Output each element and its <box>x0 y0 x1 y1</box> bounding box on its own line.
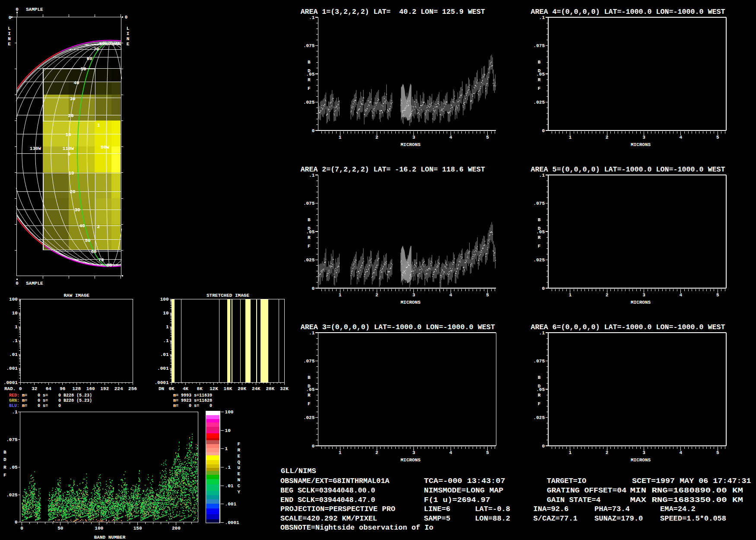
svg-text:1: 1 <box>339 292 342 298</box>
svg-text:0K: 0K <box>168 386 175 391</box>
svg-text:SAMPLE: SAMPLE <box>26 281 43 286</box>
svg-text:10: 10 <box>225 428 231 433</box>
svg-text:BLU:: BLU: <box>9 403 19 408</box>
svg-text:20: 20 <box>68 113 73 118</box>
svg-text:B: B <box>538 60 541 65</box>
svg-text:0: 0 <box>16 281 19 286</box>
svg-text:90W: 90W <box>101 145 109 150</box>
svg-text:192: 192 <box>100 386 109 391</box>
svg-text:D: D <box>308 384 311 389</box>
svg-text:50: 50 <box>80 67 86 72</box>
svg-text:3: 3 <box>642 135 645 140</box>
svg-text:B: B <box>308 375 311 380</box>
svg-text:8K: 8K <box>197 386 203 391</box>
svg-text:MAX RNG=1683350.00 KM: MAX RNG=1683350.00 KM <box>630 496 743 504</box>
svg-text:5: 5 <box>486 292 489 298</box>
svg-text:3: 3 <box>642 450 645 455</box>
svg-text:0: 0 <box>312 444 315 449</box>
svg-text:LON=88.2: LON=88.2 <box>475 515 510 523</box>
svg-text:MICRONS: MICRONS <box>631 142 651 147</box>
svg-text:I: I <box>127 31 130 36</box>
svg-text:D: D <box>538 68 541 73</box>
svg-text:1: 1 <box>339 135 342 140</box>
svg-text:.025: .025 <box>534 100 545 105</box>
svg-text:B: B <box>3 450 6 455</box>
svg-text:I: I <box>8 31 11 36</box>
svg-text:4K: 4K <box>183 386 189 391</box>
svg-text:224: 224 <box>114 386 123 391</box>
svg-text:50: 50 <box>57 526 63 531</box>
svg-text:.1: .1 <box>539 15 545 20</box>
svg-text:.1: .1 <box>12 338 18 343</box>
svg-text:MICRONS: MICRONS <box>631 457 651 463</box>
svg-text:5: 5 <box>716 135 719 140</box>
svg-text:70: 70 <box>98 257 104 263</box>
svg-text:R: R <box>3 465 6 470</box>
svg-text:24K: 24K <box>252 386 260 391</box>
svg-text:INA=92.6: INA=92.6 <box>534 505 569 513</box>
svg-text:.075: .075 <box>303 43 315 48</box>
svg-text:R: R <box>538 77 541 83</box>
svg-text:0: 0 <box>68 152 71 157</box>
svg-text:10: 10 <box>163 311 168 316</box>
svg-text:.001: .001 <box>6 366 18 371</box>
svg-text:0: 0 <box>20 526 23 531</box>
svg-text:.05: .05 <box>9 465 18 470</box>
svg-text:MICRONS: MICRONS <box>631 300 651 305</box>
svg-text:.1: .1 <box>309 173 315 178</box>
svg-text:L: L <box>127 26 130 31</box>
svg-text:m= 9993 s=11639: m= 9993 s=11639 <box>173 393 212 398</box>
svg-text:5: 5 <box>486 450 489 455</box>
svg-text:GRN:: GRN: <box>9 398 19 403</box>
svg-text:2: 2 <box>606 135 609 140</box>
svg-text:0: 0 <box>15 520 18 525</box>
svg-text:5: 5 <box>486 135 489 140</box>
svg-text:L: L <box>8 26 11 31</box>
svg-text:F: F <box>308 244 311 249</box>
svg-text:R: R <box>237 448 240 453</box>
svg-text:R: R <box>308 393 311 398</box>
svg-text:12K: 12K <box>210 386 218 391</box>
svg-text:OBSNAME/EXT=G8INTHRMAL01A: OBSNAME/EXT=G8INTHRMAL01A <box>280 477 390 485</box>
svg-text:64: 64 <box>46 386 52 391</box>
svg-text:AREA 5=(0,0,0,0) LAT=-1000.0 L: AREA 5=(0,0,0,0) LAT=-1000.0 LON=-1000.0… <box>530 165 725 174</box>
svg-text:AREA 6=(0,0,0,0) LAT=-1000.0 L: AREA 6=(0,0,0,0) LAT=-1000.0 LON=-1000.0… <box>530 323 725 331</box>
svg-text:110W: 110W <box>63 146 74 151</box>
svg-text:F: F <box>538 401 541 407</box>
svg-text:F: F <box>538 86 541 91</box>
svg-text:.025: .025 <box>534 415 545 420</box>
svg-text:MICRONS: MICRONS <box>400 142 421 147</box>
svg-text:SCET=1997 MAY 06 17:47:31: SCET=1997 MAY 06 17:47:31 <box>632 477 751 485</box>
svg-text:2: 2 <box>375 450 378 455</box>
svg-text:MIN RNG=1680890.00 KM: MIN RNG=1680890.00 KM <box>630 486 743 495</box>
svg-text:.075: .075 <box>6 437 18 442</box>
svg-text:.025: .025 <box>6 492 18 498</box>
svg-text:B: B <box>308 60 311 65</box>
svg-text:3: 3 <box>412 450 415 455</box>
svg-text:1: 1 <box>569 450 572 455</box>
svg-text:PHA=73.4: PHA=73.4 <box>594 505 630 513</box>
svg-text:MICRONS: MICRONS <box>400 300 421 305</box>
svg-text:2: 2 <box>606 450 609 455</box>
svg-text:BEG SCLK=03944048.00.0: BEG SCLK=03944048.00.0 <box>280 486 375 495</box>
svg-text:B: B <box>538 375 541 380</box>
svg-text:SPEED=1.5*0.058: SPEED=1.5*0.058 <box>660 515 726 523</box>
svg-text:Y: Y <box>237 489 240 495</box>
svg-text:R: R <box>538 235 541 240</box>
svg-text:END SCLK=03944048.47.0: END SCLK=03944048.47.0 <box>280 496 375 504</box>
svg-text:GRATING OFFSET=04: GRATING OFFSET=04 <box>547 486 626 495</box>
svg-text:D: D <box>308 226 311 231</box>
svg-text:GAIN STATE=4: GAIN STATE=4 <box>547 496 600 504</box>
svg-text:.0001: .0001 <box>225 520 239 525</box>
svg-text:R: R <box>308 235 311 240</box>
svg-text:2: 2 <box>375 292 378 298</box>
svg-text:.0001: .0001 <box>154 380 168 385</box>
svg-text:60: 60 <box>86 56 92 61</box>
svg-text:m= 0 s= 0 B228 (5.23): m= 0 s= 0 B228 (5.23) <box>22 393 92 398</box>
svg-text:.1: .1 <box>309 15 315 20</box>
svg-text:NIMSMODE=LONG MAP: NIMSMODE=LONG MAP <box>424 486 503 495</box>
svg-text:1: 1 <box>569 135 572 140</box>
svg-text:40: 40 <box>73 80 79 86</box>
svg-text:RAW IMAGE: RAW IMAGE <box>64 293 89 298</box>
svg-text:.075: .075 <box>534 359 545 364</box>
